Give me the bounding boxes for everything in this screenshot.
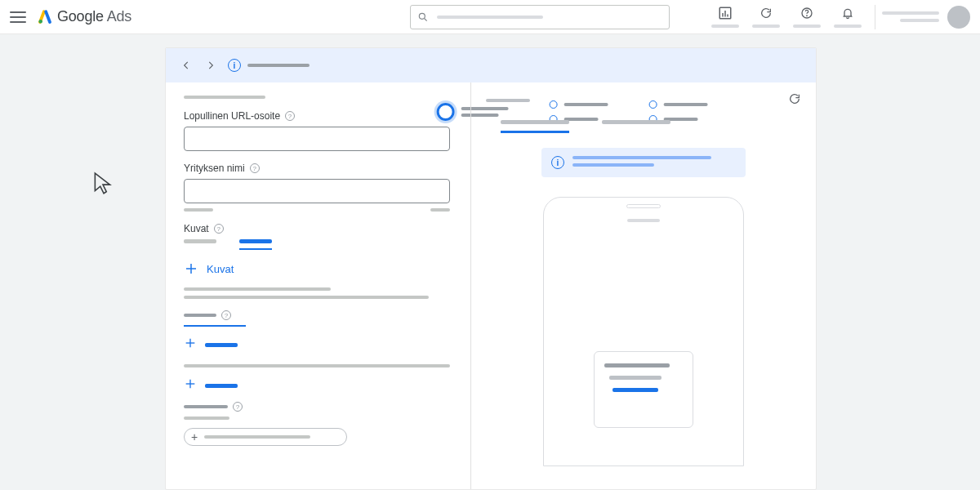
product-name: Google Ads [57,8,131,25]
chart-icon [718,6,733,20]
images-tab-1[interactable] [184,239,216,250]
avatar[interactable] [947,6,970,29]
product-logo[interactable]: Google Ads [38,8,131,25]
images-tabs [184,239,450,250]
ad-preview: i [471,82,816,489]
info-icon: i [551,156,564,169]
images-tab-2[interactable] [239,239,272,250]
svg-line-2 [425,19,427,21]
add-item-button-1[interactable] [184,336,452,353]
preview-tabs [486,120,801,133]
bell-icon [841,7,854,20]
account-switcher[interactable] [882,6,970,29]
notifications-button[interactable] [827,6,868,28]
char-counter-row [184,208,450,212]
plus-icon [184,261,198,276]
plus-icon: + [191,431,198,443]
add-item-button-2[interactable] [184,377,452,394]
svg-point-8 [807,16,808,16]
reports-button[interactable] [705,6,746,28]
appbar-actions [705,5,970,29]
separator [875,5,875,29]
ads-logo-icon [38,10,52,24]
images-label: Kuvat? [184,223,452,234]
preview-tab-1[interactable] [501,120,569,133]
help-icon[interactable]: ? [221,310,231,320]
divider-text [184,364,450,368]
add-chip-button[interactable]: + [184,428,347,446]
chevron-right-icon [205,60,216,71]
app-bar: Google Ads [0,0,980,34]
images-description [184,287,450,299]
search-input[interactable] [410,5,670,29]
final-url-input[interactable] [184,127,450,151]
help-icon[interactable]: ? [285,111,295,121]
section-label-2: ? [184,402,452,412]
phone-speaker [626,204,661,208]
final-url-label: Lopullinen URL-osoite? [184,110,452,122]
help-button[interactable] [786,6,827,28]
step-back-button[interactable] [177,56,195,74]
business-name-label: Yrityksen nimi? [184,163,452,174]
stepper-info: i [228,59,310,72]
ad-form: Lopullinen URL-osoite? Yrityksen nimi? K… [166,82,470,489]
help-icon [800,7,813,20]
ad-card-preview [594,351,693,428]
add-images-button[interactable]: Kuvat [184,261,452,276]
menu-icon[interactable] [10,9,26,25]
help-icon[interactable]: ? [233,402,243,412]
chevron-left-icon [180,60,192,71]
svg-point-0 [39,20,43,24]
refresh-icon [760,7,773,20]
plus-icon [184,336,197,353]
svg-point-1 [419,13,425,19]
refresh-icon [788,92,801,105]
stepper-bar: i [166,48,816,82]
info-icon: i [228,59,241,72]
mouse-cursor [92,172,114,199]
help-icon[interactable]: ? [250,163,260,173]
section-underline [184,325,246,327]
help-icon[interactable]: ? [214,224,224,234]
step-forward-button[interactable] [202,56,220,74]
preview-heading [486,99,530,102]
business-name-input[interactable] [184,179,450,203]
search-placeholder [437,16,543,19]
search-icon [417,11,429,23]
preview-info-banner: i [541,148,746,177]
section-label-1: ? [184,310,452,320]
phone-status [627,219,660,222]
preview-refresh-button[interactable] [788,92,801,109]
editor-panel: i Lopullinen URL-osoite? Yrityksen nimi?… [165,47,817,490]
phone-mockup [543,197,744,466]
refresh-button[interactable] [746,6,786,28]
preview-tab-2[interactable] [602,120,670,133]
plus-icon [184,377,197,394]
